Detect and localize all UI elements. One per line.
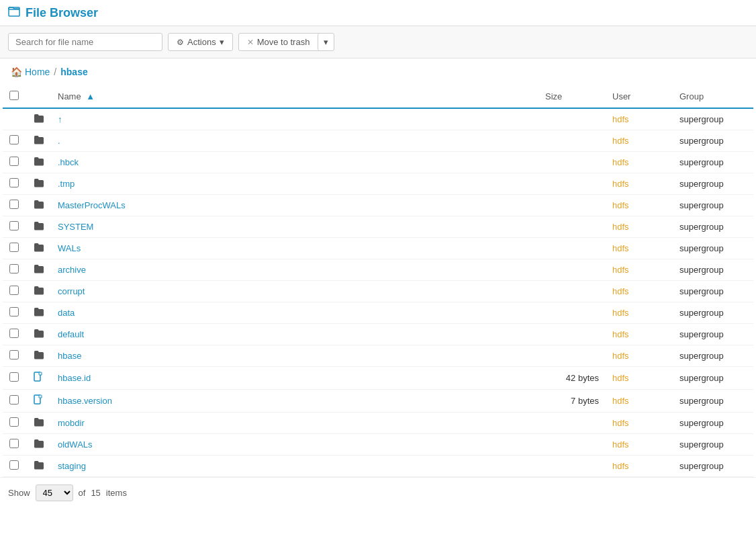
row-checkbox[interactable] (9, 243, 19, 252)
breadcrumb-home-link[interactable]: 🏠 Home (11, 67, 50, 77)
row-name-cell: data (51, 302, 538, 324)
row-user-cell: hdfs (606, 302, 673, 324)
row-checkbox[interactable] (9, 286, 19, 295)
row-size-cell (538, 345, 606, 367)
app-header: File Browser (0, 0, 756, 26)
row-name-link[interactable]: ↑ (58, 114, 62, 124)
row-name-link[interactable]: mobdir (58, 418, 85, 428)
row-name-cell: WALs (51, 238, 538, 259)
file-table: Name ▲ Size User Group ↑hdfssupergroup.h… (3, 85, 753, 477)
row-checkbox[interactable] (9, 157, 19, 166)
row-checkbox[interactable] (9, 439, 19, 448)
file-table-body: ↑hdfssupergroup.hdfssupergroup.hbckhdfss… (3, 108, 753, 477)
table-row: staginghdfssupergroup (3, 456, 753, 477)
folder-icon (34, 418, 44, 429)
row-icon-cell (27, 238, 51, 259)
user-col-header[interactable]: User (606, 85, 673, 108)
row-checkbox[interactable] (9, 307, 19, 316)
row-name-cell: MasterProcWALs (51, 195, 538, 216)
row-name-link[interactable]: .tmp (58, 179, 75, 189)
row-check-cell (3, 152, 27, 173)
row-checkbox[interactable] (9, 221, 19, 230)
svg-rect-4 (39, 395, 42, 398)
trash-dropdown-button[interactable]: ▾ (318, 34, 334, 50)
row-group-cell: supergroup (673, 152, 753, 173)
folder-icon (34, 136, 44, 146)
row-name-cell: hbase.version (51, 390, 538, 413)
table-row: WALshdfssupergroup (3, 238, 753, 259)
row-checkbox[interactable] (9, 329, 19, 338)
folder-icon (34, 461, 44, 472)
row-name-link[interactable]: default (58, 329, 84, 339)
row-name-cell: .hbck (51, 152, 538, 173)
row-user-cell: hdfs (606, 367, 673, 390)
row-name-cell: default (51, 324, 538, 345)
row-name-cell: staging (51, 456, 538, 477)
row-checkbox[interactable] (9, 372, 19, 382)
row-name-link[interactable]: corrupt (58, 286, 85, 296)
file-browser-icon (8, 5, 20, 20)
svg-rect-2 (39, 372, 42, 375)
row-name-link[interactable]: staging (58, 461, 86, 471)
search-input[interactable] (8, 33, 162, 51)
row-group-cell: supergroup (673, 413, 753, 434)
row-icon-cell (27, 367, 51, 390)
row-name-link[interactable]: . (58, 136, 60, 146)
row-size-cell (538, 302, 606, 324)
table-row: .hbckhdfssupergroup (3, 152, 753, 173)
row-check-cell (3, 413, 27, 434)
row-checkbox[interactable] (9, 200, 19, 209)
name-col-header[interactable]: Name ▲ (51, 85, 538, 108)
row-name-link[interactable]: .hbck (58, 157, 79, 167)
breadcrumb: 🏠 Home / hbase (0, 58, 756, 85)
size-col-header[interactable]: Size (538, 85, 606, 108)
row-group-cell: supergroup (673, 390, 753, 413)
row-checkbox[interactable] (9, 178, 19, 187)
row-name-cell: hbase.id (51, 367, 538, 390)
row-user-cell: hdfs (606, 108, 673, 130)
row-user-cell: hdfs (606, 345, 673, 367)
row-checkbox[interactable] (9, 417, 19, 427)
row-size-cell (538, 195, 606, 216)
row-checkbox[interactable] (9, 395, 19, 405)
row-name-link[interactable]: hbase.id (58, 373, 91, 383)
row-group-cell: supergroup (673, 195, 753, 216)
row-name-link[interactable]: hbase (58, 351, 81, 361)
table-row: .tmphdfssupergroup (3, 173, 753, 195)
row-checkbox[interactable] (9, 264, 19, 273)
row-name-cell: corrupt (51, 281, 538, 302)
row-group-cell: supergroup (673, 281, 753, 302)
table-row: ↑hdfssupergroup (3, 108, 753, 130)
row-name-link[interactable]: oldWALs (58, 439, 93, 450)
group-col-header[interactable]: Group (673, 85, 753, 108)
row-check-cell (3, 281, 27, 302)
row-check-cell (3, 324, 27, 345)
footer: Show 153045100 of 15 items (0, 477, 756, 508)
row-name-cell: archive (51, 259, 538, 281)
row-checkbox[interactable] (9, 460, 19, 470)
row-check-cell (3, 108, 27, 130)
actions-button[interactable]: ⚙ Actions ▾ (169, 34, 232, 50)
row-name-link[interactable]: WALs (58, 243, 81, 253)
row-name-link[interactable]: SYSTEM (58, 222, 93, 232)
table-row: mobdirhdfssupergroup (3, 413, 753, 434)
row-name-link[interactable]: archive (58, 265, 86, 275)
row-user-cell: hdfs (606, 216, 673, 238)
row-user-cell: hdfs (606, 259, 673, 281)
table-row: datahdfssupergroup (3, 302, 753, 324)
move-to-trash-button[interactable]: ✕ Move to trash (239, 34, 318, 50)
table-header-row: Name ▲ Size User Group (3, 85, 753, 108)
page-size-select[interactable]: 153045100 (36, 484, 73, 501)
row-name-link[interactable]: hbase.version (58, 396, 112, 406)
row-group-cell: supergroup (673, 302, 753, 324)
select-all-cell (3, 85, 27, 108)
row-checkbox[interactable] (9, 350, 19, 359)
select-all-checkbox[interactable] (9, 91, 19, 100)
table-row: hbasehdfssupergroup (3, 345, 753, 367)
row-size-cell (538, 324, 606, 345)
row-checkbox[interactable] (9, 135, 19, 144)
row-check-cell (3, 238, 27, 259)
row-name-link[interactable]: data (58, 308, 75, 318)
row-name-link[interactable]: MasterProcWALs (58, 200, 126, 210)
folder-icon (34, 200, 44, 211)
